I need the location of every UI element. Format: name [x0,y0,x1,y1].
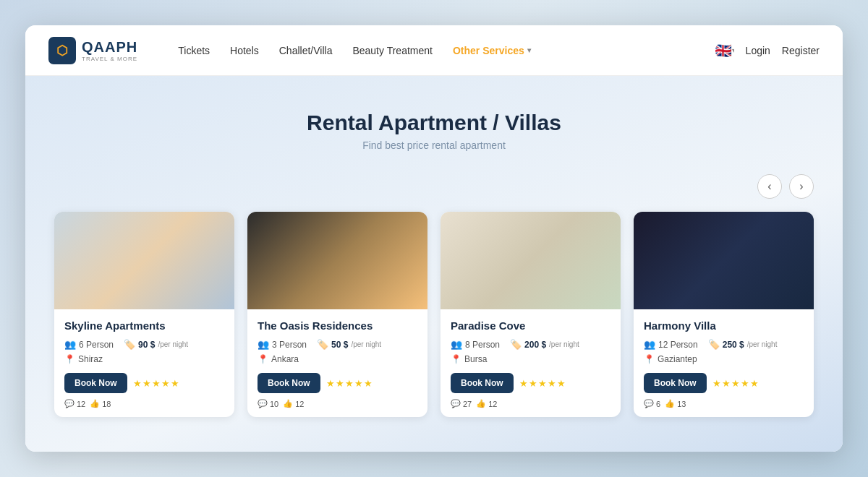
price-info: 🏷️ 50 $ /per night [317,339,381,350]
rating-stars: ★★★★★ [133,378,180,389]
nav-challet[interactable]: Challet/Villa [279,45,333,56]
nav-beauty[interactable]: Beauty Treatment [352,45,433,56]
like-number: 18 [102,400,111,408]
next-arrow-icon: › [799,180,803,193]
prev-arrow-button[interactable]: ‹ [757,174,782,199]
property-image-1 [54,212,234,309]
property-card: Skyline Apartments 👥 6 Person 🏷️ 90 $ /p… [54,212,234,417]
property-card: The Oasis Residences 👥 3 Person 🏷️ 50 $ … [247,212,427,417]
likes-count: 👍 12 [283,399,304,408]
login-button[interactable]: Login [746,45,770,56]
section-header: Rental Apartment / Villas Find best pric… [54,111,814,151]
comment-icon: 💬 [451,399,461,408]
card-footer: Book Now ★★★★★ 💬 27 👍 12 [451,373,610,408]
review-icons: 💬 12 👍 18 [64,399,111,408]
logo-name: QAAPH [82,39,137,56]
property-title: Skyline Apartments [64,319,224,332]
card-meta: 👥 8 Person 🏷️ 200 $ /per night [451,339,610,350]
nav-right: 🇬🇧 ▾ Login Register [715,41,820,60]
logo-text-block: QAAPH TRAVEL & MORE [82,39,137,62]
persons-icon: 👥 [258,339,269,350]
price-info: 🏷️ 200 $ /per night [510,339,579,350]
properties-grid: Skyline Apartments 👥 6 Person 🏷️ 90 $ /p… [54,212,814,417]
book-now-button[interactable]: Book Now [258,373,320,393]
logo-icon: ⬡ [48,37,76,64]
book-now-button[interactable]: Book Now [64,373,127,393]
card-location: 📍 Shiraz [64,354,224,364]
comment-number: 6 [656,400,660,408]
register-button[interactable]: Register [782,45,820,56]
card-meta: 👥 12 Person 🏷️ 250 $ /per night [644,339,804,350]
price-value: 50 $ [331,340,348,350]
persons-info: 👥 12 Person [644,339,698,350]
comments-count: 💬 27 [451,399,472,408]
price-info: 🏷️ 250 $ /per night [708,339,778,350]
location-icon: 📍 [644,354,655,364]
logo[interactable]: ⬡ QAAPH TRAVEL & MORE [48,37,137,64]
card-meta: 👥 6 Person 🏷️ 90 $ /per night [64,339,224,350]
card-location: 📍 Bursa [451,354,610,364]
price-icon: 🏷️ [124,339,135,350]
like-icon: 👍 [476,399,486,408]
rating-stars: ★★★★★ [712,378,760,389]
property-title: The Oasis Residences [258,319,417,332]
book-now-button[interactable]: Book Now [644,373,707,393]
likes-count: 👍 13 [665,399,686,408]
comments-count: 💬 12 [64,399,85,408]
price-info: 🏷️ 90 $ /per night [124,339,188,350]
price-unit: /per night [747,340,778,348]
comment-number: 12 [77,400,85,408]
persons-info: 👥 8 Person [451,339,500,350]
language-selector[interactable]: 🇬🇧 ▾ [715,41,734,60]
location-name: Ankara [271,354,299,364]
nav-services[interactable]: Other Services ▾ [453,45,531,56]
comment-icon: 💬 [258,399,268,408]
card-body: Skyline Apartments 👥 6 Person 🏷️ 90 $ /p… [54,309,234,417]
property-card: Harmony Villa 👥 12 Person 🏷️ 250 $ /per … [634,212,814,417]
persons-count: 6 Person [79,340,114,350]
comment-number: 10 [270,400,278,408]
likes-count: 👍 18 [90,399,111,408]
comment-number: 27 [463,400,472,408]
comment-icon: 💬 [64,399,75,408]
price-icon: 🏷️ [510,339,522,350]
property-title: Paradise Cove [451,319,610,332]
navbar: ⬡ QAAPH TRAVEL & MORE Tickets Hotels Cha… [25,25,843,76]
persons-icon: 👥 [64,339,76,350]
card-body: The Oasis Residences 👥 3 Person 🏷️ 50 $ … [247,309,427,417]
property-image-3 [441,212,621,309]
nav-tickets[interactable]: Tickets [178,45,210,56]
location-icon: 📍 [258,354,268,364]
location-icon: 📍 [64,354,75,364]
card-location: 📍 Ankara [258,354,417,364]
property-title: Harmony Villa [644,319,804,332]
nav-links: Tickets Hotels Challet/Villa Beauty Trea… [178,45,692,56]
comment-icon: 💬 [644,399,654,408]
price-unit: /per night [549,340,579,348]
book-now-button[interactable]: Book Now [451,373,514,393]
card-footer: Book Now ★★★★★ 💬 6 👍 13 [644,373,804,408]
price-value: 90 $ [138,340,155,350]
price-icon: 🏷️ [708,339,720,350]
lang-chevron-icon: ▾ [732,46,734,54]
review-icons: 💬 10 👍 12 [258,399,305,408]
likes-count: 👍 12 [476,399,497,408]
price-unit: /per night [351,340,381,348]
chevron-down-icon: ▾ [527,46,531,54]
nav-hotels[interactable]: Hotels [230,45,259,56]
card-meta: 👥 3 Person 🏷️ 50 $ /per night [258,339,417,350]
review-icons: 💬 27 👍 12 [451,399,498,408]
location-name: Shiraz [78,354,103,364]
like-icon: 👍 [283,399,293,408]
persons-info: 👥 6 Person [64,339,114,350]
comments-count: 💬 10 [258,399,278,408]
property-image-2 [247,212,427,309]
price-icon: 🏷️ [317,339,328,350]
property-card: Paradise Cove 👥 8 Person 🏷️ 200 $ /per n… [441,212,621,417]
next-arrow-button[interactable]: › [789,174,814,199]
comments-count: 💬 6 [644,399,660,408]
like-number: 13 [677,400,686,408]
main-content: Rental Apartment / Villas Find best pric… [25,76,843,452]
carousel-arrows: ‹ › [54,174,814,199]
like-number: 12 [295,400,304,408]
